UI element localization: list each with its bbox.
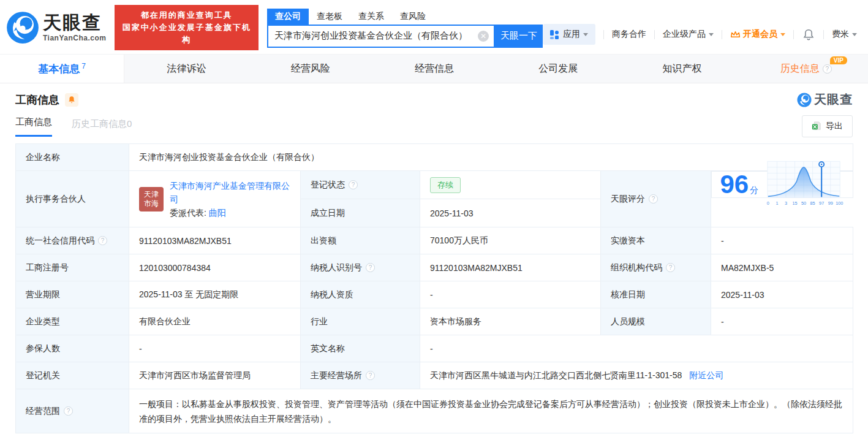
search-tab-relation[interactable]: 查关系 [350, 9, 392, 25]
tab-company-development[interactable]: 公司发展 [496, 55, 620, 83]
english-name-label: 英文名称 [301, 335, 420, 362]
approval-date-value: 2025-11-03 [711, 281, 853, 308]
help-icon[interactable]: ? [649, 194, 658, 204]
help-icon[interactable]: ? [98, 236, 107, 245]
help-icon[interactable]: ? [823, 64, 832, 74]
help-icon[interactable]: ? [366, 371, 375, 380]
capital-value: 70100万人民币 [420, 227, 601, 254]
search-tab-risk[interactable]: 查风险 [392, 9, 434, 25]
enterprise-products-menu[interactable]: 企业级产品 [663, 29, 714, 40]
table-row: 执行事务合伙人 天津 市海 天津市海河产业基金管理有限公司 委派代表: 曲阳 登… [16, 171, 853, 199]
business-scope-label: 经营范围 [26, 406, 60, 417]
business-address-cell: 天津市河西区黑牛城道与内江北路交口西北侧七贤南里11-1-301-58 附近公司 [420, 362, 853, 389]
tab-basic-info-count: 7 [81, 62, 86, 70]
brand-name: 天眼查 [43, 13, 106, 32]
insured-label: 参保人数 [16, 335, 129, 362]
apps-menu[interactable]: 应用 [543, 24, 595, 45]
score-cell: 96 分 [711, 171, 853, 198]
clear-icon[interactable]: ✕ [478, 31, 489, 42]
tianyancha-swirl-icon [6, 11, 39, 44]
search-input-wrap: ✕ [267, 25, 495, 48]
tab-basic-info-label: 基本信息 [38, 62, 80, 76]
menu-divider [654, 30, 655, 39]
reg-status-label-cell: 登记状态? [301, 171, 420, 199]
svg-text:97: 97 [819, 200, 824, 206]
notifications-bell[interactable] [803, 29, 814, 40]
rep-label: 委派代表: [170, 208, 206, 218]
search-input[interactable] [274, 31, 478, 41]
svg-text:0: 0 [767, 200, 769, 206]
brand-domain: TianYanCha.com [43, 34, 106, 42]
caret-down-icon [780, 33, 785, 36]
tab-history-info-label: 历史信息 [780, 63, 820, 75]
tab-basic-info[interactable]: 基本信息 7 [0, 55, 124, 83]
subscribe-bell-button[interactable] [65, 93, 78, 107]
subtabs: 工商信息 历史工商信息0 [15, 116, 132, 137]
tab-intellectual-property[interactable]: 知识产权 [620, 55, 744, 83]
caret-down-icon [852, 33, 857, 36]
company-name-label: 企业名称 [16, 144, 129, 171]
menu-divider [722, 30, 722, 39]
company-nav-tabs: 基本信息 7 法律诉讼 经营风险 经营信息 公司发展 知识产权 VIP 历史信息… [0, 54, 868, 83]
partner-avatar[interactable]: 天津 市海 [139, 187, 164, 211]
tab-operational-risk[interactable]: 经营风险 [249, 55, 372, 83]
reg-number-value: 120103000784384 [129, 254, 301, 281]
tab-business-info[interactable]: 经营信息 [372, 55, 496, 83]
table-row: 企业名称 天津市海河创业投资基金合伙企业（有限合伙） [16, 144, 853, 171]
search-tab-company[interactable]: 查公司 [267, 9, 309, 25]
table-row: 经营范围? 一般项目：以私募基金从事股权投资、投资管理、资产管理等活动（须在中国… [16, 389, 853, 433]
tianyancha-watermark: 天眼查 [797, 91, 853, 108]
taxpayer-id-label: 纳税人识别号 [311, 262, 362, 273]
score-label: 天眼评分 [611, 194, 645, 205]
menu-divider [823, 30, 824, 39]
business-scope-label-cell: 经营范围? [16, 389, 129, 433]
vip-label: 开通会员 [743, 29, 777, 40]
credit-code-value: 91120103MA82MJXB51 [129, 227, 301, 254]
tab-history-info[interactable]: VIP 历史信息 ? [744, 55, 868, 83]
executive-partner-label: 执行事务合伙人 [16, 171, 129, 227]
export-button[interactable]: 导出 [802, 115, 853, 137]
credit-code-label: 统一社会信用代码 [26, 235, 94, 246]
paid-capital-value: - [711, 227, 853, 254]
help-icon[interactable]: ? [366, 263, 375, 272]
staff-size-label: 人员规模 [601, 308, 711, 335]
svg-text:1: 1 [776, 200, 779, 206]
table-row: 企业类型 有限合伙企业 行业 资本市场服务 人员规模 - [16, 308, 853, 335]
page-header: 天眼查 TianYanCha.com 都在用的商业查询工具 国家中小企业发展子基… [0, 0, 868, 54]
tianyancha-logo[interactable]: 天眼查 TianYanCha.com [6, 11, 106, 44]
approval-date-label: 核准日期 [601, 281, 711, 308]
tab-legal-litigation[interactable]: 法律诉讼 [124, 55, 248, 83]
search-button[interactable]: 天眼一下 [495, 25, 543, 48]
help-icon[interactable]: ? [666, 263, 675, 272]
subtab-history-business-info[interactable]: 历史工商信息0 [72, 118, 132, 137]
table-row: 参保人数 - 英文名称 - [16, 335, 853, 362]
apps-grid-icon [550, 30, 559, 39]
business-address-value: 天津市河西区黑牛城道与内江北路交口西北侧七贤南里11-1-301-58 [430, 370, 682, 380]
export-label: 导出 [826, 121, 843, 132]
excel-icon [812, 121, 821, 131]
nearby-companies-link[interactable]: 附近公司 [689, 370, 723, 380]
org-code-label: 组织机构代码 [611, 262, 662, 273]
company-type-label: 企业类型 [16, 308, 129, 335]
vip-badge: VIP [830, 56, 847, 64]
rep-name-link[interactable]: 曲阳 [209, 208, 226, 218]
executive-partner-cell: 天津 市海 天津市海河产业基金管理有限公司 委派代表: 曲阳 [129, 171, 301, 227]
reg-number-label: 工商注册号 [16, 254, 129, 281]
help-icon[interactable]: ? [349, 180, 358, 189]
cooperation-menu[interactable]: 商务合作 [612, 29, 646, 40]
slogan-line2: 国家中小企业发展子基金旗下机构 [121, 21, 252, 46]
score-label-cell: 天眼评分? [601, 171, 711, 227]
help-icon[interactable]: ? [64, 406, 73, 416]
search-tab-boss[interactable]: 查老板 [309, 9, 350, 25]
staff-size-value: - [711, 308, 853, 335]
svg-text:50: 50 [801, 200, 806, 206]
score-value: 96 [720, 172, 749, 197]
score-value-wrap: 96 分 [720, 172, 758, 197]
partner-company-link[interactable]: 天津市海河产业基金管理有限公司 [170, 181, 290, 204]
user-menu[interactable]: 费米 [832, 29, 857, 40]
table-row: 营业期限 2025-11-03 至 无固定期限 纳税人资质 - 核准日期 202… [16, 281, 853, 308]
bell-icon [68, 96, 75, 104]
status-badge: 存续 [430, 177, 461, 193]
subtab-business-info[interactable]: 工商信息 [15, 116, 52, 137]
vip-menu[interactable]: 开通会员 [730, 29, 785, 40]
